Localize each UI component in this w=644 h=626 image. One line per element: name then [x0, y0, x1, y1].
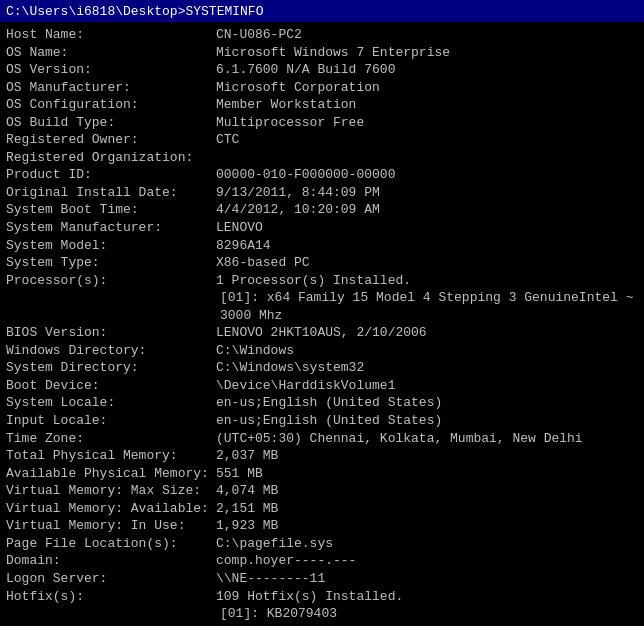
- line-value: Microsoft Corporation: [216, 79, 380, 97]
- terminal-line: Registered Organization:: [6, 149, 638, 167]
- line-label: Virtual Memory: In Use:: [6, 517, 216, 535]
- line-label: OS Name:: [6, 44, 216, 62]
- terminal-line: Hotfix(s):109 Hotfix(s) Installed.: [6, 588, 638, 606]
- line-value: en-us;English (United States): [216, 394, 442, 412]
- line-label: OS Configuration:: [6, 96, 216, 114]
- line-label: Input Locale:: [6, 412, 216, 430]
- line-value: 2,037 MB: [216, 447, 278, 465]
- line-label: BIOS Version:: [6, 324, 216, 342]
- line-value: (UTC+05:30) Chennai, Kolkata, Mumbai, Ne…: [216, 430, 583, 448]
- terminal-line: Original Install Date:9/13/2011, 8:44:09…: [6, 184, 638, 202]
- line-label: Registered Organization:: [6, 149, 216, 167]
- line-label: Boot Device:: [6, 377, 216, 395]
- terminal-line: Domain:comp.hoyer----.---: [6, 552, 638, 570]
- terminal-window: C:\Users\i6818\Desktop>SYSTEMINFO Host N…: [0, 0, 644, 626]
- terminal-line: System Manufacturer:LENOVO: [6, 219, 638, 237]
- terminal-line: Host Name:CN-U086-PC2: [6, 26, 638, 44]
- terminal-line: Time Zone:(UTC+05:30) Chennai, Kolkata, …: [6, 430, 638, 448]
- terminal-line: BIOS Version:LENOVO 2HKT10AUS, 2/10/2006: [6, 324, 638, 342]
- terminal-line: Boot Device:\Device\HarddiskVolume1: [6, 377, 638, 395]
- line-label: Page File Location(s):: [6, 535, 216, 553]
- terminal-line: Page File Location(s):C:\pagefile.sys: [6, 535, 638, 553]
- line-value: C:\Windows\system32: [216, 359, 364, 377]
- line-label: Available Physical Memory:: [6, 465, 216, 483]
- line-label: Virtual Memory: Max Size:: [6, 482, 216, 500]
- line-value: 00000-010-F000000-00000: [216, 166, 395, 184]
- terminal-line: Registered Owner:CTC: [6, 131, 638, 149]
- terminal-line: Available Physical Memory:551 MB: [6, 465, 638, 483]
- line-value: Member Workstation: [216, 96, 356, 114]
- line-value: 9/13/2011, 8:44:09 PM: [216, 184, 380, 202]
- terminal-line: [01]: KB2079403: [6, 605, 638, 623]
- terminal-line: Logon Server:\\NE--------11: [6, 570, 638, 588]
- line-label: System Locale:: [6, 394, 216, 412]
- line-label: System Type:: [6, 254, 216, 272]
- terminal-line: Virtual Memory: Max Size:4,074 MB: [6, 482, 638, 500]
- line-label: Processor(s):: [6, 272, 216, 290]
- line-value: CTC: [216, 131, 239, 149]
- terminal-line: [02]: KB2207566: [6, 623, 638, 626]
- title-text: C:\Users\i6818\Desktop>SYSTEMINFO: [6, 4, 263, 19]
- terminal-line: Input Locale:en-us;English (United State…: [6, 412, 638, 430]
- terminal-line: OS Manufacturer:Microsoft Corporation: [6, 79, 638, 97]
- line-value: 109 Hotfix(s) Installed.: [216, 588, 403, 606]
- line-label: Time Zone:: [6, 430, 216, 448]
- terminal-line: OS Version:6.1.7600 N/A Build 7600: [6, 61, 638, 79]
- line-value: Microsoft Windows 7 Enterprise: [216, 44, 450, 62]
- line-value: Multiprocessor Free: [216, 114, 364, 132]
- terminal-line: System Type:X86-based PC: [6, 254, 638, 272]
- line-value: 6.1.7600 N/A Build 7600: [216, 61, 395, 79]
- terminal-line: Total Physical Memory:2,037 MB: [6, 447, 638, 465]
- terminal-line: Windows Directory:C:\Windows: [6, 342, 638, 360]
- line-label: System Boot Time:: [6, 201, 216, 219]
- terminal-line: [01]: x64 Family 15 Model 4 Stepping 3 G…: [6, 289, 638, 307]
- line-value: 1 Processor(s) Installed.: [216, 272, 411, 290]
- line-label: System Model:: [6, 237, 216, 255]
- terminal-line: Processor(s):1 Processor(s) Installed.: [6, 272, 638, 290]
- line-label: Logon Server:: [6, 570, 216, 588]
- line-label: Host Name:: [6, 26, 216, 44]
- line-value: en-us;English (United States): [216, 412, 442, 430]
- line-value: C:\pagefile.sys: [216, 535, 333, 553]
- line-value: comp.hoyer----.---: [216, 552, 356, 570]
- line-label: OS Manufacturer:: [6, 79, 216, 97]
- title-bar: C:\Users\i6818\Desktop>SYSTEMINFO: [0, 0, 644, 22]
- line-label: Total Physical Memory:: [6, 447, 216, 465]
- terminal-line: System Directory:C:\Windows\system32: [6, 359, 638, 377]
- line-value: 4,074 MB: [216, 482, 278, 500]
- line-value: \\NE--------11: [216, 570, 325, 588]
- line-label: OS Version:: [6, 61, 216, 79]
- line-value: 8296A14: [216, 237, 271, 255]
- line-value: 4/4/2012, 10:20:09 AM: [216, 201, 380, 219]
- terminal-line: System Boot Time:4/4/2012, 10:20:09 AM: [6, 201, 638, 219]
- line-value: LENOVO: [216, 219, 263, 237]
- terminal-line: 3000 Mhz: [6, 307, 638, 325]
- line-label: System Manufacturer:: [6, 219, 216, 237]
- terminal-line: System Locale:en-us;English (United Stat…: [6, 394, 638, 412]
- line-value: X86-based PC: [216, 254, 310, 272]
- terminal-line: OS Name:Microsoft Windows 7 Enterprise: [6, 44, 638, 62]
- line-label: Domain:: [6, 552, 216, 570]
- line-value: LENOVO 2HKT10AUS, 2/10/2006: [216, 324, 427, 342]
- line-value: 551 MB: [216, 465, 263, 483]
- line-value: C:\Windows: [216, 342, 294, 360]
- line-label: OS Build Type:: [6, 114, 216, 132]
- terminal-line: OS Configuration:Member Workstation: [6, 96, 638, 114]
- line-label: Original Install Date:: [6, 184, 216, 202]
- line-value: \Device\HarddiskVolume1: [216, 377, 395, 395]
- line-label: Product ID:: [6, 166, 216, 184]
- line-value: 2,151 MB: [216, 500, 278, 518]
- terminal-line: Virtual Memory: In Use:1,923 MB: [6, 517, 638, 535]
- terminal-content: Host Name:CN-U086-PC2OS Name:Microsoft W…: [0, 22, 644, 626]
- line-label: System Directory:: [6, 359, 216, 377]
- line-label: Hotfix(s):: [6, 588, 216, 606]
- line-value: CN-U086-PC2: [216, 26, 302, 44]
- line-label: Windows Directory:: [6, 342, 216, 360]
- terminal-line: System Model:8296A14: [6, 237, 638, 255]
- line-value: 1,923 MB: [216, 517, 278, 535]
- terminal-line: Virtual Memory: Available:2,151 MB: [6, 500, 638, 518]
- terminal-line: OS Build Type:Multiprocessor Free: [6, 114, 638, 132]
- terminal-line: Product ID:00000-010-F000000-00000: [6, 166, 638, 184]
- line-label: Registered Owner:: [6, 131, 216, 149]
- line-label: Virtual Memory: Available:: [6, 500, 216, 518]
